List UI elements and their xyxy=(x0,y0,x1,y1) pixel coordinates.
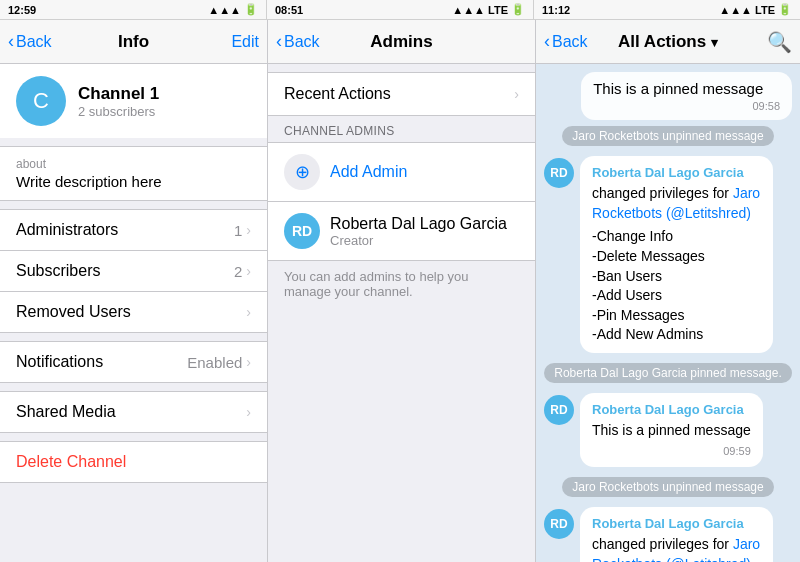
nav-title-info: Info xyxy=(118,32,149,52)
admin-hint: You can add admins to help you manage yo… xyxy=(268,261,535,307)
system-badge-unpinned2: Jaro Rocketbots unpinned message xyxy=(562,477,773,497)
time-panel3: 11:12 xyxy=(542,4,570,16)
delete-channel-section[interactable]: Delete Channel xyxy=(0,441,267,483)
chat-area: This is a pinned message 09:58 Jaro Rock… xyxy=(536,64,800,562)
event-avatar-rd: RD xyxy=(544,158,574,188)
removed-users-row[interactable]: Removed Users › xyxy=(0,292,267,332)
time-panel2: 08:51 xyxy=(275,4,303,16)
chevron-right-icon: › xyxy=(246,222,251,238)
panel-admins: ‹ Back Admins Recent Actions › CHANNEL A… xyxy=(268,20,536,562)
event-time-2: 09:59 xyxy=(592,444,751,459)
signal-panel2: ▲▲▲ LTE xyxy=(452,4,508,16)
chevron-right-icon: › xyxy=(246,263,251,279)
about-text: Write description here xyxy=(16,173,251,190)
search-icon[interactable]: 🔍 xyxy=(767,30,792,54)
status-bars-row: 12:59 ▲▲▲ 🔋 08:51 ▲▲▲ LTE 🔋 11:12 ▲▲▲ LT… xyxy=(0,0,800,20)
recent-actions-label: Recent Actions xyxy=(284,85,391,103)
pinned-message-bubble: This is a pinned message 09:58 xyxy=(581,72,792,120)
event-sender-2: Roberta Dal Lago Garcia xyxy=(592,401,751,419)
admin-name: Roberta Dal Lago Garcia xyxy=(330,215,507,233)
wifi-panel1: 🔋 xyxy=(244,3,258,16)
channel-header: C Channel 1 2 subscribers xyxy=(0,64,267,138)
event-bubble-2: Roberta Dal Lago Garcia This is a pinned… xyxy=(580,393,763,467)
chevron-left-icon: ‹ xyxy=(8,31,14,52)
administrators-row[interactable]: Administrators 1 › xyxy=(0,210,267,251)
recent-actions-row[interactable]: Recent Actions › xyxy=(268,72,535,116)
chevron-right-icon: › xyxy=(246,404,251,420)
pinned-message-time: 09:58 xyxy=(752,100,780,112)
settings-group-main: Administrators 1 › Subscribers 2 › Remov… xyxy=(0,209,267,333)
notifications-row[interactable]: Notifications Enabled › xyxy=(0,342,267,382)
about-section: about Write description here xyxy=(0,146,267,201)
pinned-message-text: This is a pinned message xyxy=(593,80,763,97)
event-sender-1: Roberta Dal Lago Garcia xyxy=(592,164,761,182)
edit-button[interactable]: Edit xyxy=(231,33,259,51)
back-button-admins[interactable]: ‹ Back xyxy=(276,31,320,52)
admin-avatar: RD xyxy=(284,213,320,249)
signal-panel1: ▲▲▲ xyxy=(208,4,241,16)
admin-role: Creator xyxy=(330,233,507,248)
channel-admins-header: CHANNEL ADMINS xyxy=(268,116,535,142)
add-admin-icon: ⊕ xyxy=(284,154,320,190)
nav-bar-admins: ‹ Back Admins xyxy=(268,20,535,64)
chevron-right-icon: › xyxy=(246,354,251,370)
back-button-info[interactable]: ‹ Back xyxy=(8,31,52,52)
chevron-right-icon: › xyxy=(246,304,251,320)
chevron-left-icon: ‹ xyxy=(544,31,550,52)
event-pinned-text: RD Roberta Dal Lago Garcia This is a pin… xyxy=(544,393,792,467)
battery-panel2: 🔋 xyxy=(511,3,525,16)
time-panel1: 12:59 xyxy=(8,4,36,16)
channel-name: Channel 1 xyxy=(78,84,159,104)
avatar: C xyxy=(16,76,66,126)
delete-channel-button[interactable]: Delete Channel xyxy=(16,453,126,470)
system-badge-unpinned1: Jaro Rocketbots unpinned message xyxy=(562,126,773,146)
event-avatar-rd2: RD xyxy=(544,395,574,425)
pinned-message-container: This is a pinned message 09:58 xyxy=(544,72,792,120)
nav-title-admins: Admins xyxy=(370,32,432,52)
chevron-left-icon: ‹ xyxy=(276,31,282,52)
event-sender-3: Roberta Dal Lago Garcia xyxy=(592,515,761,533)
event-bubble-1: Roberta Dal Lago Garcia changed privileg… xyxy=(580,156,773,353)
all-actions-title: All Actions ▾ xyxy=(618,32,718,51)
shared-media-group: Shared Media › xyxy=(0,391,267,433)
subscriber-count: 2 subscribers xyxy=(78,104,159,119)
chevron-right-icon: › xyxy=(514,86,519,102)
panel-info: ‹ Back Info Edit C Channel 1 2 subscribe… xyxy=(0,20,268,562)
event-avatar-rd3: RD xyxy=(544,509,574,539)
system-badge-pinned: Roberta Dal Lago Garcia pinned message. xyxy=(544,363,791,383)
admin-row: RD Roberta Dal Lago Garcia Creator xyxy=(268,202,535,261)
add-admin-label: Add Admin xyxy=(330,163,407,181)
about-label: about xyxy=(16,157,251,171)
nav-bar-actions: ‹ Back All Actions ▾ 🔍 xyxy=(536,20,800,64)
status-bar-panel3: 11:12 ▲▲▲ LTE 🔋 xyxy=(534,0,800,19)
event-privileges-added: RD Roberta Dal Lago Garcia changed privi… xyxy=(544,507,792,562)
battery-panel3: 🔋 xyxy=(778,3,792,16)
panel-all-actions: ‹ Back All Actions ▾ 🔍 This is a pinned … xyxy=(536,20,800,562)
event-bubble-3: Roberta Dal Lago Garcia changed privileg… xyxy=(580,507,773,562)
status-bar-panel1: 12:59 ▲▲▲ 🔋 xyxy=(0,0,267,19)
status-bar-panel2: 08:51 ▲▲▲ LTE 🔋 xyxy=(267,0,534,19)
event-privileges-removed: RD Roberta Dal Lago Garcia changed privi… xyxy=(544,156,792,353)
add-admin-row[interactable]: ⊕ Add Admin xyxy=(268,142,535,202)
notifications-group: Notifications Enabled › xyxy=(0,341,267,383)
signal-panel3: ▲▲▲ LTE xyxy=(719,4,775,16)
back-button-actions[interactable]: ‹ Back xyxy=(544,31,588,52)
shared-media-row[interactable]: Shared Media › xyxy=(0,392,267,432)
nav-bar-info: ‹ Back Info Edit xyxy=(0,20,267,64)
subscribers-row[interactable]: Subscribers 2 › xyxy=(0,251,267,292)
